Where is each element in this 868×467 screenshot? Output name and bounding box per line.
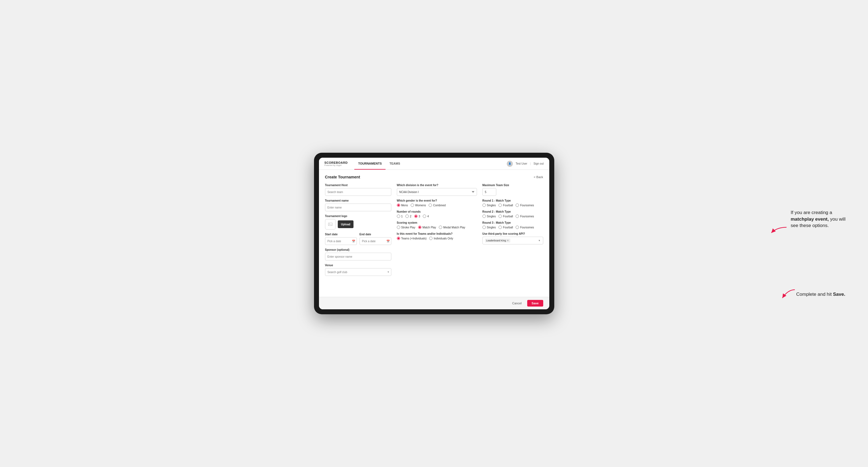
teams-option[interactable]: Teams (+Individuals) (397, 237, 427, 240)
round-3-radio[interactable] (414, 215, 417, 218)
third-party-select[interactable]: Leaderboard King ✕ ▼ (483, 237, 543, 244)
upload-button[interactable]: Upload (338, 220, 354, 228)
round-4[interactable]: 4 (423, 215, 429, 218)
round1-singles-radio[interactable] (483, 204, 486, 207)
scoring-medal-radio[interactable] (439, 226, 442, 229)
gender-womens[interactable]: Womens (411, 204, 426, 207)
back-link[interactable]: < Back (534, 175, 543, 179)
tablet-screen: SCOREBOARD Powered by clippit TOURNAMENT… (319, 158, 549, 309)
scoring-stroke-radio[interactable] (397, 226, 400, 229)
date-row: Start date 📅 End date (325, 233, 391, 245)
round2-singles[interactable]: Singles (483, 215, 496, 218)
sponsor-input[interactable] (325, 253, 391, 260)
svg-point-1 (329, 223, 330, 224)
gender-combined-radio[interactable] (429, 204, 432, 207)
max-team-size-input[interactable] (483, 188, 496, 196)
round1-foursomes-radio[interactable] (516, 204, 519, 207)
gender-mens-radio[interactable] (397, 204, 400, 207)
round1-fourball-radio[interactable] (498, 204, 502, 207)
round2-radio-group: Singles Fourball Foursomes (483, 215, 543, 218)
brand-title: SCOREBOARD (324, 161, 348, 164)
round-1-radio[interactable] (397, 215, 400, 218)
tournament-host-group: Tournament Host (325, 184, 391, 196)
tournament-name-input[interactable] (325, 204, 391, 211)
right-column: Maximum Team Size Round 1 - Match Type S… (483, 184, 543, 279)
tournament-host-input[interactable] (325, 188, 391, 196)
scoring-medal[interactable]: Medal Match Play (439, 226, 465, 229)
third-party-label: Use third-party live scoring API? (483, 232, 543, 235)
scoring-match-radio[interactable] (418, 226, 422, 229)
venue-dropdown-icon: ▼ (387, 271, 390, 273)
round1-foursomes[interactable]: Foursomes (516, 204, 534, 207)
round3-singles-radio[interactable] (483, 226, 486, 229)
rounds-group: Number of rounds 1 2 (397, 210, 477, 218)
user-name: Test User (516, 162, 527, 165)
arrow-top (769, 226, 788, 234)
round-4-radio[interactable] (423, 215, 426, 218)
round2-fourball[interactable]: Fourball (498, 215, 513, 218)
tab-tournaments[interactable]: TOURNAMENTS (354, 158, 385, 169)
save-button[interactable]: Save (527, 300, 543, 307)
third-party-tag: Leaderboard King ✕ (485, 239, 510, 243)
tablet-frame: SCOREBOARD Powered by clippit TOURNAMENT… (314, 153, 554, 314)
calendar-icon-end: 📅 (386, 240, 390, 243)
sponsor-group: Sponsor (optional) (325, 248, 391, 260)
gender-mens[interactable]: Mens (397, 204, 408, 207)
cancel-button[interactable]: Cancel (509, 300, 524, 306)
round-2-radio[interactable] (405, 215, 409, 218)
annotation-top-right: If you are creating a matchplay event, y… (791, 209, 851, 229)
tag-close-icon[interactable]: ✕ (507, 239, 509, 242)
end-date-label: End date (360, 233, 391, 236)
individuals-option[interactable]: Individuals Only (429, 237, 453, 240)
brand-subtitle: Powered by clippit (324, 164, 348, 166)
gender-group: Which gender is the event for? Mens Wome… (397, 199, 477, 207)
user-avatar: 👤 (507, 161, 513, 167)
round-2[interactable]: 2 (405, 215, 411, 218)
round3-match-type: Round 3 - Match Type Singles Fourball (483, 221, 543, 229)
start-date-wrap: 📅 (325, 237, 357, 245)
round2-foursomes[interactable]: Foursomes (516, 215, 534, 218)
tournament-logo-label: Tournament logo (325, 215, 391, 218)
round-1[interactable]: 1 (397, 215, 403, 218)
logo-upload-area: Upload (325, 219, 391, 229)
end-date-wrap: 📅 (360, 237, 391, 245)
arrow-bottom (780, 288, 796, 299)
scoring-match[interactable]: Match Play (418, 226, 436, 229)
logo-placeholder (325, 219, 336, 229)
gender-womens-radio[interactable] (411, 204, 414, 207)
signout-link[interactable]: Sign out (533, 162, 544, 165)
scoring-radio-group: Stroke Play Match Play Medal Match Play (397, 226, 477, 229)
round3-foursomes[interactable]: Foursomes (516, 226, 534, 229)
round1-match-type: Round 1 - Match Type Singles Fourball (483, 199, 543, 207)
rounds-radio-group: 1 2 3 (397, 215, 477, 218)
round1-fourball[interactable]: Fourball (498, 204, 513, 207)
navbar-right: 👤 Test User | Sign out (507, 161, 544, 167)
round3-fourball-radio[interactable] (498, 226, 502, 229)
page-wrapper: SCOREBOARD Powered by clippit TOURNAMENT… (11, 153, 857, 314)
round2-match-type-label: Round 2 - Match Type (483, 210, 543, 213)
round1-singles[interactable]: Singles (483, 204, 496, 207)
round2-singles-radio[interactable] (483, 215, 486, 218)
division-label: Which division is the event for? (397, 184, 477, 187)
round2-foursomes-radio[interactable] (516, 215, 519, 218)
round3-fourball[interactable]: Fourball (498, 226, 513, 229)
form-footer: Cancel Save (319, 297, 549, 309)
gender-combined[interactable]: Combined (429, 204, 446, 207)
third-party-dropdown-icon: ▼ (538, 239, 541, 242)
round2-fourball-radio[interactable] (498, 215, 502, 218)
gender-radio-group: Mens Womens Combined (397, 204, 477, 207)
division-select[interactable]: NCAA Division I (397, 188, 477, 196)
scoring-stroke[interactable]: Stroke Play (397, 226, 415, 229)
round-3[interactable]: 3 (414, 215, 420, 218)
venue-input[interactable] (325, 268, 391, 276)
max-team-size-group: Maximum Team Size (483, 184, 543, 196)
teams-radio[interactable] (397, 237, 400, 240)
tab-teams[interactable]: TEAMS (385, 158, 404, 169)
round3-singles[interactable]: Singles (483, 226, 496, 229)
gender-label: Which gender is the event for? (397, 199, 477, 202)
round3-foursomes-radio[interactable] (516, 226, 519, 229)
individuals-radio[interactable] (429, 237, 432, 240)
page-title: Create Tournament (325, 175, 360, 179)
rounds-label: Number of rounds (397, 210, 477, 213)
annotation-bottom-right: Complete and hit Save. (796, 291, 851, 298)
